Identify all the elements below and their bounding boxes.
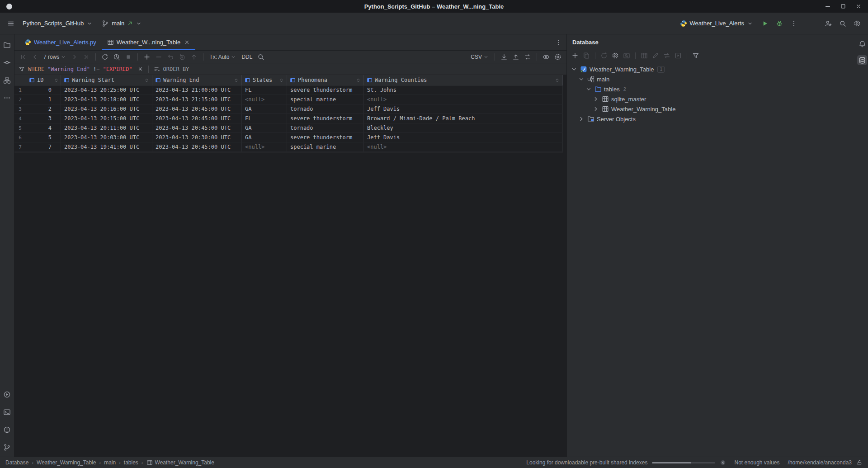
- minimize-icon[interactable]: [825, 3, 831, 9]
- grid-cell[interactable]: <null>: [242, 95, 287, 104]
- refresh-icon[interactable]: [600, 52, 608, 59]
- order-by-icon[interactable]: [154, 66, 160, 72]
- terminal-tool-button[interactable]: [2, 407, 12, 417]
- cancel-progress-icon[interactable]: [720, 459, 726, 466]
- tree-node-schema-main[interactable]: main: [567, 74, 856, 84]
- export-data-button[interactable]: [511, 52, 521, 62]
- add-row-button[interactable]: [142, 52, 152, 62]
- grid-cell[interactable]: 2023-04-13 20:18:00 UTC: [61, 95, 152, 104]
- data-source-settings-icon[interactable]: [612, 52, 619, 59]
- revert-changes-button[interactable]: [165, 52, 175, 62]
- grid-cell[interactable]: 2023-04-13 20:45:00 UTC: [152, 114, 242, 123]
- rollback-button[interactable]: [177, 52, 187, 62]
- lock-open-icon[interactable]: [856, 459, 863, 466]
- grid-cell[interactable]: Jeff Davis: [364, 104, 563, 113]
- grid-cell[interactable]: 2023-04-13 20:25:00 UTC: [61, 85, 152, 95]
- grid-cell[interactable]: <null>: [242, 142, 287, 151]
- grid-cell[interactable]: FL: [242, 114, 287, 123]
- run-tool-button[interactable]: [2, 389, 12, 399]
- chevron-right-icon[interactable]: [592, 105, 599, 113]
- column-header-id[interactable]: ID: [26, 75, 61, 85]
- table-row[interactable]: 7 7 2023-04-13 19:41:00 UTC 2023-04-13 2…: [14, 142, 563, 152]
- python-interpreter-widget[interactable]: /home/kendale/anaconda3: [788, 459, 852, 466]
- problems-tool-button[interactable]: [2, 425, 12, 435]
- sort-icon[interactable]: [144, 78, 149, 83]
- tab-close-icon[interactable]: [184, 39, 190, 45]
- open-table-icon[interactable]: [641, 52, 648, 59]
- grid-cell[interactable]: Jeff Davis: [364, 133, 563, 142]
- page-size-selector[interactable]: 7 rows: [42, 53, 68, 61]
- database-tool-button[interactable]: [857, 55, 867, 65]
- more-tool-windows-button[interactable]: [2, 93, 12, 103]
- edit-as-button[interactable]: [523, 52, 533, 62]
- import-data-button[interactable]: [499, 52, 509, 62]
- grid-cell[interactable]: Bleckley: [364, 123, 563, 132]
- search-everywhere-button[interactable]: [836, 17, 849, 30]
- chevron-down-icon[interactable]: [578, 76, 585, 83]
- table-row[interactable]: 4 3 2023-04-13 20:15:00 UTC 2023-04-13 2…: [14, 114, 563, 123]
- grid-cell[interactable]: 2023-04-13 19:41:00 UTC: [61, 142, 152, 151]
- ddl-button[interactable]: DDL: [240, 53, 254, 61]
- vcs-branch-widget[interactable]: main: [98, 18, 146, 29]
- export-format-selector[interactable]: CSV: [469, 53, 491, 61]
- breadcrumb-item-table[interactable]: Weather_Warning_Table: [146, 459, 214, 466]
- stop-query-button[interactable]: [123, 52, 133, 62]
- sort-icon[interactable]: [234, 78, 239, 83]
- run-configuration-widget[interactable]: Weather_Live_Alerts: [676, 18, 757, 29]
- structure-tool-button[interactable]: [2, 75, 12, 85]
- first-page-button[interactable]: [18, 52, 28, 62]
- grid-cell[interactable]: 2023-04-13 21:00:00 UTC: [152, 85, 242, 95]
- tree-node-sqlite-master[interactable]: sqlite_master: [567, 94, 856, 104]
- breadcrumb-item[interactable]: Weather_Warning_Table: [37, 459, 96, 466]
- grid-cell[interactable]: 2023-04-13 20:16:00 UTC: [61, 104, 152, 113]
- restore-icon[interactable]: [840, 3, 846, 9]
- grid-cell[interactable]: St. Johns: [364, 85, 563, 95]
- grid-cell[interactable]: special marine: [287, 95, 364, 104]
- debug-button[interactable]: [773, 17, 786, 30]
- tree-node-server-objects[interactable]: Server Objects: [567, 114, 856, 124]
- sort-icon[interactable]: [356, 78, 361, 83]
- grid-cell[interactable]: GA: [242, 104, 287, 113]
- modify-icon[interactable]: [652, 52, 659, 59]
- grid-cell[interactable]: severe thunderstorm: [287, 133, 364, 142]
- filter-funnel-icon[interactable]: [19, 66, 25, 72]
- sort-icon[interactable]: [555, 78, 560, 83]
- close-icon[interactable]: [855, 3, 862, 9]
- grid-cell[interactable]: tornado: [287, 104, 364, 113]
- grid-cell[interactable]: 2023-04-13 20:11:00 UTC: [61, 123, 152, 132]
- grid-cell[interactable]: 2023-04-13 20:15:00 UTC: [61, 114, 152, 123]
- table-row[interactable]: 1 0 2023-04-13 20:25:00 UTC 2023-04-13 2…: [14, 85, 563, 95]
- breadcrumb-item[interactable]: tables: [124, 459, 138, 466]
- grid-cell[interactable]: special marine: [287, 142, 364, 151]
- view-options-button[interactable]: [541, 52, 551, 62]
- find-in-grid-button[interactable]: [256, 52, 266, 62]
- previous-page-button[interactable]: [30, 52, 40, 62]
- run-script-icon[interactable]: [675, 52, 682, 59]
- submit-changes-button[interactable]: [189, 52, 199, 62]
- tree-node-tables-folder[interactable]: tables 2: [567, 84, 856, 94]
- data-source-properties-icon[interactable]: [623, 52, 630, 59]
- duplicate-icon[interactable]: [583, 52, 590, 59]
- breadcrumb-item[interactable]: Database: [5, 459, 28, 466]
- filter-icon[interactable]: [692, 52, 699, 59]
- grid-cell[interactable]: 2023-04-13 20:45:00 UTC: [152, 142, 242, 151]
- window-menu-icon[interactable]: [6, 4, 12, 9]
- grid-cell[interactable]: severe thunderstorm: [287, 85, 364, 95]
- grid-cell[interactable]: <null>: [364, 95, 563, 104]
- table-row[interactable]: 5 4 2023-04-13 20:11:00 UTC 2023-04-13 2…: [14, 123, 563, 133]
- delete-row-button[interactable]: [154, 52, 164, 62]
- sort-icon[interactable]: [279, 78, 284, 83]
- compare-icon[interactable]: [663, 52, 670, 59]
- grid-cell[interactable]: <null>: [364, 142, 563, 151]
- grid-cell[interactable]: 4: [26, 123, 61, 132]
- grid-cell[interactable]: 1: [26, 95, 61, 104]
- where-field[interactable]: "Warning End": [47, 66, 90, 72]
- grid-cell[interactable]: Broward / Miami-Dade / Palm Beach: [364, 114, 563, 123]
- chevron-right-icon[interactable]: [578, 115, 585, 123]
- tree-node-data-source[interactable]: Weather_Warning_Table 1: [567, 64, 856, 74]
- grid-cell[interactable]: severe thunderstorm: [287, 114, 364, 123]
- table-row[interactable]: 3 2 2023-04-13 20:16:00 UTC 2023-04-13 2…: [14, 104, 563, 114]
- chevron-down-icon[interactable]: [571, 66, 578, 73]
- column-header-warning-end[interactable]: Warning End: [152, 75, 242, 85]
- grid-settings-button[interactable]: [553, 52, 563, 62]
